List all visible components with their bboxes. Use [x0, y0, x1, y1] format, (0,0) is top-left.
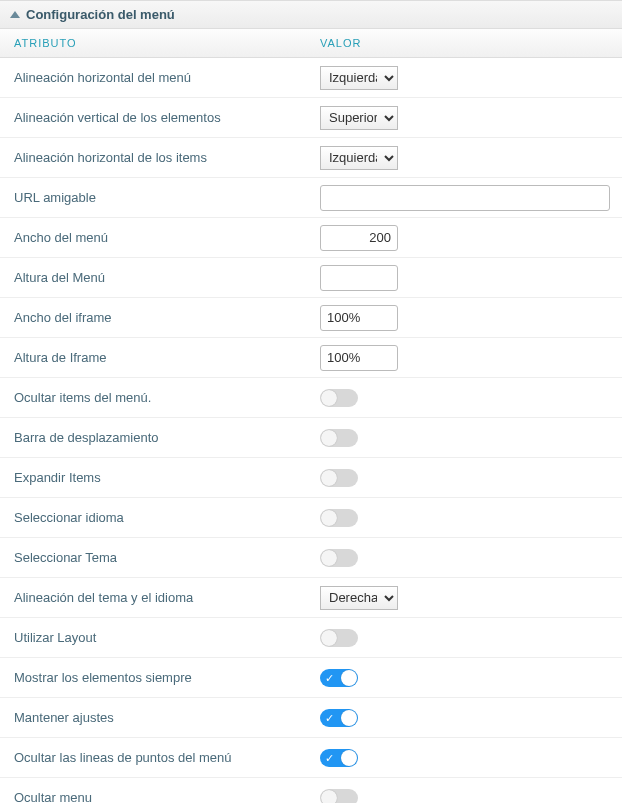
always_show-toggle[interactable]: ✓ [320, 669, 358, 687]
header-attribute: ATRIBUTO [0, 37, 310, 49]
setting-label: Ocultar items del menú. [0, 390, 310, 405]
halign_items-select[interactable]: Izquierda [320, 146, 398, 170]
setting-value: Izquierda [310, 66, 622, 90]
setting-value: ✓ [310, 709, 622, 727]
setting-row-select_lang: Seleccionar idioma✓ [0, 498, 622, 538]
setting-row-halign_items: Alineación horizontal de los itemsIzquie… [0, 138, 622, 178]
setting-label: Alineación del tema y el idioma [0, 590, 310, 605]
setting-label: Ancho del menú [0, 230, 310, 245]
use_layout-toggle[interactable]: ✓ [320, 629, 358, 647]
setting-label: Utilizar Layout [0, 630, 310, 645]
setting-label: Mostrar los elementos siempre [0, 670, 310, 685]
menu_width-input[interactable] [320, 225, 398, 251]
toggle-knob [341, 670, 357, 686]
iframe_height-input[interactable] [320, 345, 398, 371]
theme_lang_align-select[interactable]: Derecha [320, 586, 398, 610]
setting-label: URL amigable [0, 190, 310, 205]
setting-label: Ocultar las lineas de puntos del menú [0, 750, 310, 765]
setting-value: ✓ [310, 789, 622, 804]
setting-row-hide_items: Ocultar items del menú.✓ [0, 378, 622, 418]
setting-row-iframe_width: Ancho del iframe [0, 298, 622, 338]
expand_items-toggle[interactable]: ✓ [320, 469, 358, 487]
toggle-knob [321, 390, 337, 406]
toggle-knob [321, 550, 337, 566]
setting-label: Alineación horizontal de los items [0, 150, 310, 165]
setting-label: Alineación horizontal del menú [0, 70, 310, 85]
section-title: Configuración del menú [26, 7, 175, 22]
hide_dotted-toggle[interactable]: ✓ [320, 749, 358, 767]
keep_settings-toggle[interactable]: ✓ [320, 709, 358, 727]
setting-value: Derecha [310, 586, 622, 610]
scrollbar-toggle[interactable]: ✓ [320, 429, 358, 447]
setting-value: Izquierda [310, 146, 622, 170]
toggle-knob [341, 710, 357, 726]
setting-label: Ocultar menu [0, 790, 310, 803]
setting-row-scrollbar: Barra de desplazamiento✓ [0, 418, 622, 458]
setting-row-valign_items: Alineación vertical de los elementosSupe… [0, 98, 622, 138]
setting-row-keep_settings: Mantener ajustes✓ [0, 698, 622, 738]
menu_height-input[interactable] [320, 265, 398, 291]
setting-row-expand_items: Expandir Items✓ [0, 458, 622, 498]
setting-value [310, 305, 622, 331]
setting-value [310, 225, 622, 251]
halign_menu-select[interactable]: Izquierda [320, 66, 398, 90]
setting-label: Mantener ajustes [0, 710, 310, 725]
section-header[interactable]: Configuración del menú [0, 0, 622, 29]
setting-row-iframe_height: Altura de Iframe [0, 338, 622, 378]
header-value: VALOR [310, 37, 622, 49]
column-headers: ATRIBUTO VALOR [0, 29, 622, 58]
select_lang-toggle[interactable]: ✓ [320, 509, 358, 527]
setting-value: ✓ [310, 429, 622, 447]
setting-row-menu_height: Altura del Menú [0, 258, 622, 298]
setting-value: ✓ [310, 669, 622, 687]
valign_items-select[interactable]: Superior [320, 106, 398, 130]
check-icon: ✓ [325, 750, 334, 766]
setting-row-theme_lang_align: Alineación del tema y el idiomaDerecha [0, 578, 622, 618]
toggle-knob [321, 790, 337, 804]
collapse-triangle-icon [10, 11, 20, 18]
setting-value: ✓ [310, 509, 622, 527]
friendly_url-input[interactable] [320, 185, 610, 211]
setting-label: Seleccionar idioma [0, 510, 310, 525]
setting-value: ✓ [310, 549, 622, 567]
setting-value: ✓ [310, 629, 622, 647]
hide_items-toggle[interactable]: ✓ [320, 389, 358, 407]
setting-row-menu_width: Ancho del menú [0, 218, 622, 258]
setting-label: Ancho del iframe [0, 310, 310, 325]
setting-value [310, 185, 622, 211]
setting-value: ✓ [310, 749, 622, 767]
setting-row-select_theme: Seleccionar Tema✓ [0, 538, 622, 578]
iframe_width-input[interactable] [320, 305, 398, 331]
toggle-knob [341, 750, 357, 766]
rows-container: Alineación horizontal del menúIzquierdaA… [0, 58, 622, 803]
check-icon: ✓ [325, 670, 334, 686]
setting-label: Altura del Menú [0, 270, 310, 285]
setting-label: Seleccionar Tema [0, 550, 310, 565]
toggle-knob [321, 510, 337, 526]
setting-row-hide_menu: Ocultar menu✓ [0, 778, 622, 803]
toggle-knob [321, 630, 337, 646]
select_theme-toggle[interactable]: ✓ [320, 549, 358, 567]
setting-label: Barra de desplazamiento [0, 430, 310, 445]
setting-row-use_layout: Utilizar Layout✓ [0, 618, 622, 658]
toggle-knob [321, 430, 337, 446]
setting-label: Altura de Iframe [0, 350, 310, 365]
check-icon: ✓ [325, 710, 334, 726]
hide_menu-toggle[interactable]: ✓ [320, 789, 358, 804]
setting-label: Alineación vertical de los elementos [0, 110, 310, 125]
setting-value: ✓ [310, 389, 622, 407]
setting-row-halign_menu: Alineación horizontal del menúIzquierda [0, 58, 622, 98]
setting-value: ✓ [310, 469, 622, 487]
setting-value: Superior [310, 106, 622, 130]
setting-row-friendly_url: URL amigable [0, 178, 622, 218]
setting-row-hide_dotted: Ocultar las lineas de puntos del menú✓ [0, 738, 622, 778]
setting-value [310, 345, 622, 371]
setting-row-always_show: Mostrar los elementos siempre✓ [0, 658, 622, 698]
setting-value [310, 265, 622, 291]
setting-label: Expandir Items [0, 470, 310, 485]
toggle-knob [321, 470, 337, 486]
